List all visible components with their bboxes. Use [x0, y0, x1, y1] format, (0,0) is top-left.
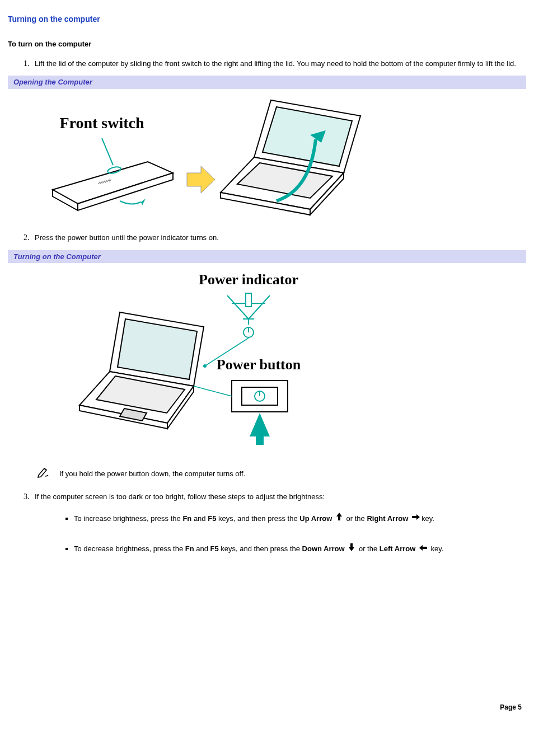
svg-marker-38 [250, 413, 270, 445]
steps-list: Lift the lid of the computer by sliding … [8, 58, 526, 69]
section-subhead: To turn on the computer [8, 39, 526, 50]
svg-marker-6 [141, 199, 146, 205]
note-icon [37, 467, 49, 481]
svg-marker-7 [187, 166, 215, 193]
label-front-switch: Front switch [59, 114, 144, 132]
left-arrow-icon [419, 545, 428, 553]
steps-list-3: If the computer screen is too dark or to… [8, 491, 526, 557]
svg-text:Power button: Power button [217, 356, 301, 373]
note-row: If you hold the power button down, the c… [37, 467, 526, 481]
svg-point-32 [203, 364, 207, 368]
svg-rect-19 [246, 293, 251, 307]
down-arrow-icon [348, 545, 355, 553]
page-footer: Page 5 [8, 702, 526, 712]
brightness-bullets: To increase brightness, press the Fn and… [35, 511, 526, 557]
svg-text:Power indicator: Power indicator [199, 271, 298, 288]
note-text: If you hold the power button down, the c… [59, 468, 245, 480]
caption-turning-on: Turning on the Computer [8, 250, 526, 264]
svg-line-5 [102, 138, 113, 165]
step-3: If the computer screen is too dark or to… [31, 491, 526, 557]
step-3-text: If the computer screen is too dark or to… [35, 492, 325, 501]
step-1: Lift the lid of the computer by sliding … [31, 58, 526, 69]
page-title: Turning on the computer [8, 13, 526, 25]
figure-turning-on: Power indicator Power button [8, 265, 526, 457]
figure-opening-computer: Front switch ⟿ [8, 91, 526, 232]
bullet-increase: To increase brightness, press the Fn and… [74, 511, 526, 527]
step-2: Press the power button until the power i… [31, 232, 526, 243]
steps-list-cont: Press the power button until the power i… [8, 232, 526, 243]
right-arrow-icon [411, 514, 420, 523]
bullet-decrease: To decrease brightness, press the Fn and… [74, 542, 526, 557]
svg-line-39 [194, 386, 232, 396]
up-arrow-icon [335, 514, 343, 523]
caption-opening-computer: Opening the Computer [8, 76, 526, 89]
